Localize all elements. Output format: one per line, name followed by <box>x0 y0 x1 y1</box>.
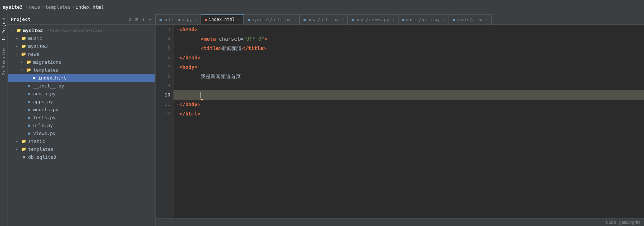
panel-layout-icon[interactable]: ⊞ <box>135 16 139 23</box>
title-brand: mysite3 <box>3 4 23 10</box>
tab-py-icon-music-view: ● <box>453 17 455 22</box>
line-num-8: 8 <box>158 72 170 81</box>
tree-label-models-py: models.py <box>33 107 58 112</box>
tree-label-db-sqlite3: db.sqlite3 <box>28 154 56 160</box>
tree-label-mysite3: mysite3 <box>23 28 43 33</box>
project-panel-title: Project <box>11 17 126 22</box>
py-file-icon-views: ■ <box>26 130 32 136</box>
tab-close-news-views[interactable]: × <box>392 18 394 22</box>
fold-icon-12: ▸ <box>176 109 179 118</box>
tab-close-mysite3-urls[interactable]: × <box>293 18 296 22</box>
title-sep-3: › <box>72 4 75 10</box>
code-tag-html-close: </html> <box>179 109 201 118</box>
code-attr-charset-val: "UTF-8" <box>243 34 264 44</box>
tab-label-index-html: index.html <box>209 17 235 22</box>
tree-item-admin-py[interactable]: ■ admin.py <box>8 90 155 98</box>
tab-music-urls[interactable]: ● music/urls.py × <box>398 14 449 24</box>
code-line-8 <box>174 72 644 81</box>
py-file-icon-admin: ■ <box>26 91 32 96</box>
tree-item-migrations[interactable]: ▶ 📁 migrations <box>8 58 155 66</box>
code-line-9: 我是新闻频道首页 <box>174 81 644 90</box>
code-line-10[interactable] <box>174 90 644 100</box>
tab-music-view[interactable]: ● music/view × <box>449 14 492 24</box>
tree-item-mysite3-sub[interactable]: ▶ 📁 mysite3 <box>8 42 155 50</box>
panel-close-icon[interactable]: − <box>148 16 152 23</box>
code-tag-head-close: </head> <box>179 53 201 62</box>
line-num-7: 7 <box>158 62 170 72</box>
code-line-7: ▸ <body> <box>174 62 644 72</box>
line-num-9: 9 <box>158 81 170 90</box>
tab-label-news-urls: news/urls.py <box>307 17 339 22</box>
code-line-3: ▸ <head> <box>174 25 644 34</box>
panel-expand-icon[interactable]: ↕ <box>141 16 145 23</box>
tree-label-news: news <box>28 51 39 57</box>
tree-path-mysite3: ~/tedu/vip/day03/mysite3 <box>45 28 102 33</box>
line-num-11: 11 <box>158 100 170 109</box>
code-editor[interactable]: 3 4 5 6 7 8 9 10 11 12 ▸ <head> <box>156 25 644 218</box>
tree-item-music[interactable]: ▶ 📁 music <box>8 34 155 42</box>
tab-news-urls[interactable]: ● news/urls.py × <box>300 14 347 24</box>
sidebar-item-favorites[interactable]: 2: Favorites <box>1 44 6 78</box>
title-sep-1: › <box>25 4 28 10</box>
line-num-4: 4 <box>158 34 170 44</box>
code-tag-title-open: <title> <box>201 44 222 53</box>
tree-label-migrations: migrations <box>33 59 61 65</box>
folder-icon-static: 📁 <box>21 138 27 144</box>
title-crumb-file: index.html <box>76 4 104 10</box>
folder-icon-mysite3: 📁 <box>16 27 22 33</box>
tab-close-music-view[interactable]: × <box>485 18 487 22</box>
tab-label-music-view: music/view <box>456 17 482 22</box>
tab-close-settings[interactable]: × <box>195 18 197 22</box>
tree-item-models-py[interactable]: ■ models.py <box>8 105 155 113</box>
tree-item-news[interactable]: ▾ 📂 news <box>8 50 155 58</box>
main-layout: 1: Project 2: Favorites Project ⚙ ⊞ ↕ − … <box>0 14 644 226</box>
tree-root-mysite3[interactable]: ▾ 📁 mysite3 ~/tedu/vip/day03/mysite3 <box>8 26 155 34</box>
tab-news-views[interactable]: ● news/views.py × <box>347 14 398 24</box>
tab-label-music-urls: music/urls.py <box>406 17 440 22</box>
tree-item-init-py[interactable]: ■ __init__.py <box>8 82 155 90</box>
tree-item-templates[interactable]: ▾ 📂 templates <box>8 66 155 74</box>
tab-index-html[interactable]: ● index.html × <box>201 14 244 24</box>
code-tag-title-close: </title> <box>242 44 266 53</box>
code-indent-9 <box>176 81 201 90</box>
sidebar-item-project[interactable]: 1: Project <box>1 14 6 44</box>
tree-item-apps-py[interactable]: ■ apps.py <box>8 98 155 105</box>
tab-py-icon-settings: ● <box>159 17 162 22</box>
tree-item-templates-root[interactable]: ▶ 📁 templates <box>8 145 155 153</box>
code-content[interactable]: ▸ <head> <meta charset="UTF-8"> <title>新… <box>174 25 644 218</box>
tree-item-static[interactable]: ▶ 📁 static <box>8 137 155 145</box>
tab-close-music-urls[interactable]: × <box>443 18 445 22</box>
project-panel-header: Project ⚙ ⊞ ↕ − <box>8 14 155 25</box>
tree-label-music: music <box>28 36 42 41</box>
tab-py-icon-news-views: ● <box>351 17 354 22</box>
py-file-icon-init: ■ <box>26 83 32 89</box>
code-tag-body-close: </body> <box>179 100 201 109</box>
tree-item-urls-py[interactable]: ■ urls.py <box>8 121 155 129</box>
tab-settings[interactable]: ● settings.py × <box>156 14 201 24</box>
tree-item-tests-py[interactable]: ■ tests.py <box>8 113 155 121</box>
title-bar: mysite3 › news › templates › index.html <box>0 0 644 14</box>
py-file-icon-urls: ■ <box>26 122 32 128</box>
tree-label-views-py: views.py <box>33 131 56 136</box>
tree-item-db-sqlite3[interactable]: ■ db.sqlite3 <box>8 153 155 161</box>
tab-close-news-urls[interactable]: × <box>341 18 343 22</box>
watermark-text: CSDN @amingMM <box>606 220 640 225</box>
tree-arrow-mysite3-sub: ▶ <box>16 44 21 48</box>
code-cursor-marker <box>201 99 203 100</box>
code-line-11: ▸ </body> <box>174 100 644 109</box>
panel-settings-icon[interactable]: ⚙ <box>128 16 132 23</box>
tree-arrow-music: ▶ <box>16 36 21 40</box>
code-line-12: ▸ </html> <box>174 109 644 118</box>
tab-mysite3-urls[interactable]: ● mysite3/urls.py × <box>244 14 300 24</box>
code-indent-10 <box>176 90 201 100</box>
editor-area: ● settings.py × ● index.html × ● mysite3… <box>156 14 644 226</box>
tree-item-index-html[interactable]: ■ index.html <box>8 74 155 82</box>
tab-close-index-html[interactable]: × <box>238 18 240 22</box>
tab-py-icon-news-urls: ● <box>303 17 306 22</box>
fold-icon-11: ▸ <box>176 100 179 109</box>
html-file-icon: ■ <box>31 75 37 81</box>
tree-arrow-news: ▾ <box>16 52 21 56</box>
title-crumb-news: news <box>29 4 40 10</box>
tree-item-views-py[interactable]: ■ views.py <box>8 129 155 137</box>
tree-arrow-templates-root: ▶ <box>16 147 21 151</box>
